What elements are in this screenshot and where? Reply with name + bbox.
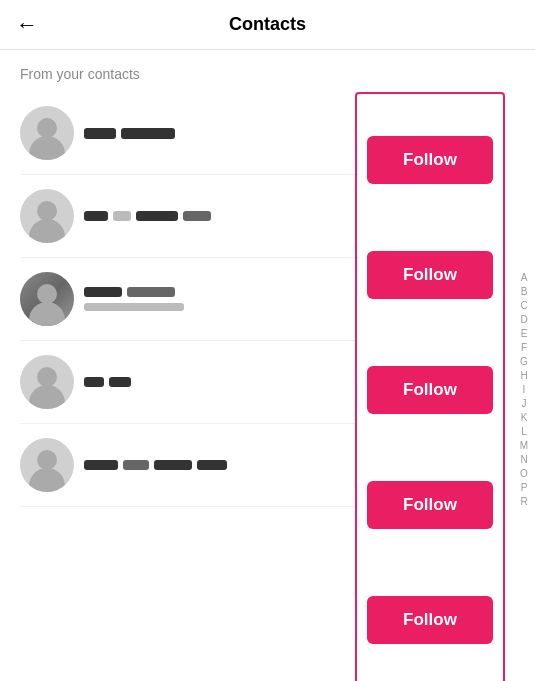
follow-slot: Follow (367, 562, 493, 677)
avatar (20, 189, 74, 243)
name-bar (136, 211, 178, 221)
header: ← Contacts (0, 0, 535, 50)
alpha-letter-g[interactable]: G (520, 355, 528, 368)
alpha-letter-n[interactable]: N (520, 453, 527, 466)
follow-buttons-area: Follow Follow Follow Follow Follow (355, 92, 505, 681)
alpha-letter-l[interactable]: L (521, 425, 527, 438)
follow-slot: Follow (367, 447, 493, 562)
avatar (20, 272, 74, 326)
alpha-letter-m[interactable]: M (520, 439, 528, 452)
name-bar (121, 128, 175, 139)
subtitle: From your contacts (0, 50, 535, 92)
contact-info (74, 377, 355, 387)
follow-button-3[interactable]: Follow (367, 366, 493, 414)
sub-bar (84, 303, 184, 311)
alpha-index-sidebar: ABCDEFGHIJKLMNOPR (513, 92, 535, 681)
list-item (20, 258, 355, 341)
follow-button-2[interactable]: Follow (367, 251, 493, 299)
list-item (20, 341, 355, 424)
name-bar (154, 460, 192, 470)
follow-button-5[interactable]: Follow (367, 596, 493, 644)
name-bar (84, 460, 118, 470)
page-title: Contacts (229, 14, 306, 35)
list-item (20, 175, 355, 258)
name-bar (84, 377, 104, 387)
alpha-letter-a[interactable]: A (521, 271, 528, 284)
follow-slot: Follow (367, 217, 493, 332)
follow-button-4[interactable]: Follow (367, 481, 493, 529)
alpha-letter-i[interactable]: I (523, 383, 526, 396)
follow-slot: Follow (367, 332, 493, 447)
back-button[interactable]: ← (16, 12, 38, 38)
alpha-letter-c[interactable]: C (520, 299, 527, 312)
contact-info (74, 211, 355, 221)
name-bar (84, 287, 122, 297)
avatar (20, 106, 74, 160)
alpha-letter-f[interactable]: F (521, 341, 527, 354)
name-bar (127, 287, 175, 297)
alpha-letter-p[interactable]: P (521, 481, 528, 494)
contact-info (74, 460, 355, 470)
list-item (20, 92, 355, 175)
alpha-letter-r[interactable]: R (520, 495, 527, 508)
name-bar (109, 377, 131, 387)
alpha-letter-k[interactable]: K (521, 411, 528, 424)
name-bar (123, 460, 149, 470)
alpha-letter-h[interactable]: H (520, 369, 527, 382)
follow-slot: Follow (367, 102, 493, 217)
alpha-letter-j[interactable]: J (522, 397, 527, 410)
name-bar (84, 211, 108, 221)
alpha-letter-b[interactable]: B (521, 285, 528, 298)
contact-info (74, 128, 355, 139)
contact-list (0, 92, 355, 681)
alpha-letter-d[interactable]: D (520, 313, 527, 326)
name-bar (183, 211, 211, 221)
name-bar (197, 460, 227, 470)
follow-button-1[interactable]: Follow (367, 136, 493, 184)
avatar (20, 355, 74, 409)
avatar (20, 438, 74, 492)
name-bar (113, 211, 131, 221)
alpha-letter-e[interactable]: E (521, 327, 528, 340)
name-bar (84, 128, 116, 139)
list-item (20, 424, 355, 507)
alpha-letter-o[interactable]: O (520, 467, 528, 480)
contact-info (74, 287, 355, 311)
